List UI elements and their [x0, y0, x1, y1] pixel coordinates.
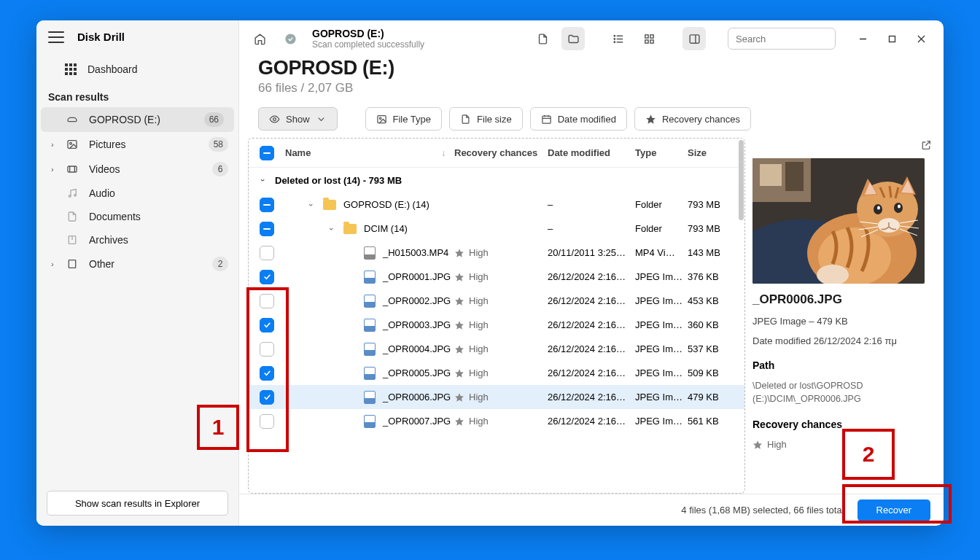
sidebar-item-audio[interactable]: Audio: [36, 182, 238, 205]
file-name: GOPROSD (E:) (14): [343, 199, 429, 210]
list-view-icon[interactable]: [607, 27, 630, 50]
file-view-icon[interactable]: [531, 27, 554, 50]
chevron-down-icon: [316, 114, 327, 125]
panel-toggle-icon[interactable]: [682, 27, 706, 50]
svg-rect-21: [690, 34, 699, 42]
sort-icon[interactable]: ↓: [441, 148, 446, 158]
sidebar-item-goprosd-e-[interactable]: GOPROSD (E:)66: [41, 107, 234, 132]
row-checkbox[interactable]: [260, 246, 274, 260]
cell-type: MP4 Vi…: [635, 247, 688, 258]
svg-point-58: [877, 206, 880, 210]
table-row[interactable]: _OPR0003.JPGHigh26/12/2024 2:16…JPEG Im……: [249, 313, 744, 337]
cell-date: 26/12/2024 2:16…: [548, 295, 635, 306]
svg-point-59: [898, 205, 901, 209]
table-row[interactable]: _OPR0002.JPGHigh26/12/2024 2:16…JPEG Im……: [249, 289, 744, 313]
selection-status: 4 files (1,68 MB) selected, 66 files tot…: [681, 505, 844, 516]
show-in-explorer-button[interactable]: Show scan results in Explorer: [47, 491, 228, 516]
preview-path: \Deleted or lost\GOPROSD (E:)\DCIM\_OPR0…: [752, 380, 932, 405]
sidebar-item-dashboard[interactable]: Dashboard: [36, 58, 238, 81]
folder-view-icon[interactable]: [561, 27, 585, 50]
cell-size: 537 KB: [688, 343, 744, 354]
table-row[interactable]: ›DCIM (14)–Folder793 MB: [249, 217, 744, 241]
mp4-icon: [364, 246, 376, 260]
search-input[interactable]: [728, 28, 836, 50]
sidebar-item-archives[interactable]: Archives: [36, 228, 238, 252]
table-header: Name↓ Recovery chances Date modified Typ…: [249, 139, 744, 168]
file-icon: [460, 114, 471, 125]
row-checkbox[interactable]: [260, 342, 274, 357]
table-row[interactable]: ›GOPROSD (E:) (14)–Folder793 MB: [249, 192, 744, 217]
table-row[interactable]: _OPR0005.JPGHigh26/12/2024 2:16…JPEG Im……: [249, 361, 744, 385]
column-type[interactable]: Type: [635, 147, 688, 158]
svg-point-31: [379, 117, 381, 120]
dashboard-icon: [64, 63, 77, 76]
app-title: Disk Drill: [77, 31, 125, 43]
column-date[interactable]: Date modified: [548, 147, 635, 158]
sidebar-item-videos[interactable]: ›Videos6: [36, 157, 238, 182]
row-checkbox[interactable]: [260, 390, 274, 405]
show-filter-button[interactable]: Show: [258, 107, 338, 131]
table-row[interactable]: _OPR0004.JPGHigh26/12/2024 2:16…JPEG Im……: [249, 337, 744, 361]
cell-size: 793 MB: [688, 199, 744, 210]
svg-point-10: [285, 34, 295, 44]
file-name: _OPR0007.JPG: [383, 416, 451, 427]
row-checkbox[interactable]: [260, 270, 274, 284]
sidebar-item-documents[interactable]: Documents: [36, 205, 238, 228]
svg-marker-39: [455, 297, 464, 306]
row-checkbox[interactable]: [260, 318, 274, 332]
column-recovery[interactable]: Recovery chances: [454, 147, 548, 158]
cell-type: JPEG Im…: [635, 271, 688, 282]
window-minimize-button[interactable]: [849, 28, 876, 50]
svg-point-5: [69, 195, 71, 198]
svg-point-15: [614, 38, 615, 39]
sidebar-item-label: Dashboard: [88, 63, 138, 75]
table-row[interactable]: _OPR0006.JPGHigh26/12/2024 2:16…JPEG Im……: [249, 385, 744, 409]
grid-view-icon[interactable]: [637, 27, 661, 50]
row-checkbox[interactable]: [260, 366, 274, 381]
cell-type: JPEG Im…: [635, 416, 688, 427]
home-icon[interactable]: [248, 27, 271, 50]
file-name: _OPR0004.JPG: [383, 343, 451, 354]
scrollbar[interactable]: [739, 140, 744, 220]
star-icon: [645, 114, 656, 125]
chevron-right-icon: ›: [51, 165, 54, 174]
row-checkbox[interactable]: [260, 294, 274, 308]
filetype-filter-button[interactable]: File Type: [365, 107, 443, 131]
svg-point-29: [273, 117, 276, 120]
column-size[interactable]: Size: [688, 147, 744, 158]
cell-type: Folder: [635, 223, 688, 234]
titlebar: GOPROSD (E:) Scan completed successfully: [239, 20, 944, 57]
table-row[interactable]: _H015003.MP4High20/11/2011 3:25…MP4 Vi…1…: [249, 241, 744, 265]
jpg-icon: [364, 343, 376, 356]
row-checkbox[interactable]: [260, 198, 274, 212]
group-header[interactable]: › Deleted or lost (14) - 793 MB: [249, 168, 744, 192]
cell-size: 561 KB: [688, 416, 744, 427]
doc-icon: [66, 210, 79, 223]
cell-date: 26/12/2024 2:16…: [548, 368, 635, 378]
row-checkbox[interactable]: [260, 222, 274, 236]
date-filter-button[interactable]: Date modified: [530, 107, 627, 131]
recovery-filter-button[interactable]: Recovery chances: [634, 107, 751, 131]
file-name: _OPR0002.JPG: [383, 295, 451, 306]
svg-rect-0: [68, 141, 77, 149]
cell-size: 143 MB: [688, 247, 744, 258]
svg-rect-20: [650, 39, 653, 42]
row-checkbox[interactable]: [260, 414, 274, 429]
svg-rect-26: [889, 36, 895, 42]
recover-button[interactable]: Recover: [858, 499, 930, 521]
window-maximize-button[interactable]: [878, 28, 906, 50]
select-all-checkbox[interactable]: [260, 146, 274, 160]
sidebar-item-pictures[interactable]: ›Pictures58: [36, 132, 238, 157]
open-external-icon[interactable]: [920, 139, 932, 153]
table-row[interactable]: _OPR0001.JPGHigh26/12/2024 2:16…JPEG Im……: [249, 265, 744, 289]
svg-marker-40: [455, 321, 464, 330]
window-close-button[interactable]: [907, 28, 935, 50]
table-row[interactable]: _OPR0007.JPGHigh26/12/2024 2:16…JPEG Im……: [249, 409, 744, 433]
sidebar-item-other[interactable]: ›Other2: [36, 252, 238, 276]
file-name: _H015003.MP4: [383, 247, 448, 258]
filesize-filter-button[interactable]: File size: [449, 107, 523, 131]
count-badge: 2: [212, 257, 228, 271]
menu-icon[interactable]: [48, 31, 64, 43]
sidebar-item-label: Pictures: [89, 139, 126, 150]
column-name[interactable]: Name: [285, 147, 311, 158]
